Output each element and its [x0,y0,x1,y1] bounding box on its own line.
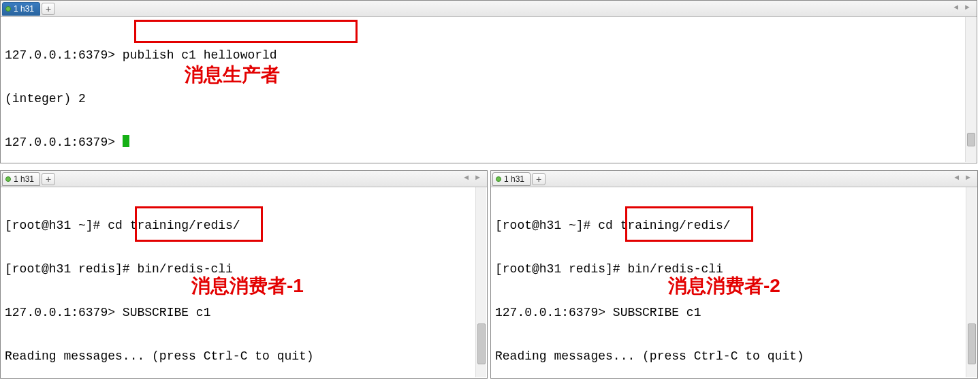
plus-icon: + [46,174,51,184]
scrollbar-thumb[interactable] [967,133,975,146]
tab-bar: 1 h31 + ◄ ► [491,171,977,187]
terminal-line: 127.0.0.1:6379> SUBSCRIBE c1 [5,304,483,321]
terminal-body[interactable]: [root@h31 ~]# cd training/redis/ [root@h… [491,187,977,378]
status-dot-icon [496,176,501,182]
command-text: publish c1 helloworld [115,48,277,62]
terminal-line: [root@h31 redis]# bin/redis-cli [5,261,483,277]
plus-icon: + [536,174,541,184]
terminal-pane-top: 1 h31 + ◄ ► 127.0.0.1:6379> publish c1 h… [0,0,977,163]
prompt: 127.0.0.1:6379> [5,306,115,319]
terminal-line: Reading messages... (press Ctrl-C to qui… [5,348,483,364]
tab-bar: 1 h31 + ◄ ► [1,171,487,187]
tab-bar: 1 h31 + ◄ ► [1,1,977,17]
scrollbar[interactable] [475,187,486,377]
plus-icon: + [46,4,51,14]
prompt: 127.0.0.1:6379> [5,136,123,149]
tab-label: 1 h31 [504,174,524,184]
scrollbar-thumb[interactable] [477,323,486,364]
command-text: SUBSCRIBE c1 [115,306,210,319]
terminal-line: [root@h31 redis]# bin/redis-cli [495,261,973,277]
add-tab-button[interactable]: + [42,173,55,185]
tab-next-button[interactable]: ► [473,173,483,181]
tab-label: 1 h31 [14,4,34,14]
terminal-line: 127.0.0.1:6379> SUBSCRIBE c1 [495,304,973,321]
cursor-icon [123,135,129,147]
tab-next-button[interactable]: ► [962,3,973,11]
terminal-line: 127.0.0.1:6379> publish c1 helloworld [5,47,973,63]
status-dot-icon [5,6,11,12]
tab-bl-1[interactable]: 1 h31 [2,172,40,186]
command-text: SUBSCRIBE c1 [605,306,701,319]
scrollbar[interactable] [965,17,976,162]
terminal-pane-bottom-right: 1 h31 + ◄ ► [root@h31 ~]# cd training/re… [490,170,978,379]
terminal-line: [root@h31 ~]# cd training/redis/ [495,217,973,234]
terminal-line: 127.0.0.1:6379> [5,134,973,151]
tab-nav-arrows: ◄ ► [951,173,973,181]
scrollbar-thumb[interactable] [968,323,976,364]
terminal-line: [root@h31 ~]# cd training/redis/ [5,217,483,234]
terminal-line: Reading messages... (press Ctrl-C to qui… [495,348,973,364]
tab-nav-arrows: ◄ ► [951,3,973,11]
add-tab-button[interactable]: + [532,173,546,185]
add-tab-button[interactable]: + [42,3,55,15]
terminal-pane-bottom-left: 1 h31 + ◄ ► [root@h31 ~]# cd training/re… [0,170,488,379]
tab-prev-button[interactable]: ◄ [951,173,962,181]
tab-next-button[interactable]: ► [963,173,973,181]
terminal-line: (integer) 2 [5,91,973,107]
tab-prev-button[interactable]: ◄ [951,3,961,11]
tab-prev-button[interactable]: ◄ [461,173,471,181]
terminal-body[interactable]: [root@h31 ~]# cd training/redis/ [root@h… [1,187,487,378]
tab-nav-arrows: ◄ ► [461,173,483,181]
tab-label: 1 h31 [14,174,34,184]
scrollbar[interactable] [966,187,977,377]
prompt: 127.0.0.1:6379> [495,306,605,319]
tab-top-1[interactable]: 1 h31 [2,2,40,16]
terminal-body[interactable]: 127.0.0.1:6379> publish c1 helloworld (i… [1,17,977,163]
prompt: 127.0.0.1:6379> [5,48,115,62]
status-dot-icon [5,176,11,182]
tab-br-1[interactable]: 1 h31 [492,172,531,186]
